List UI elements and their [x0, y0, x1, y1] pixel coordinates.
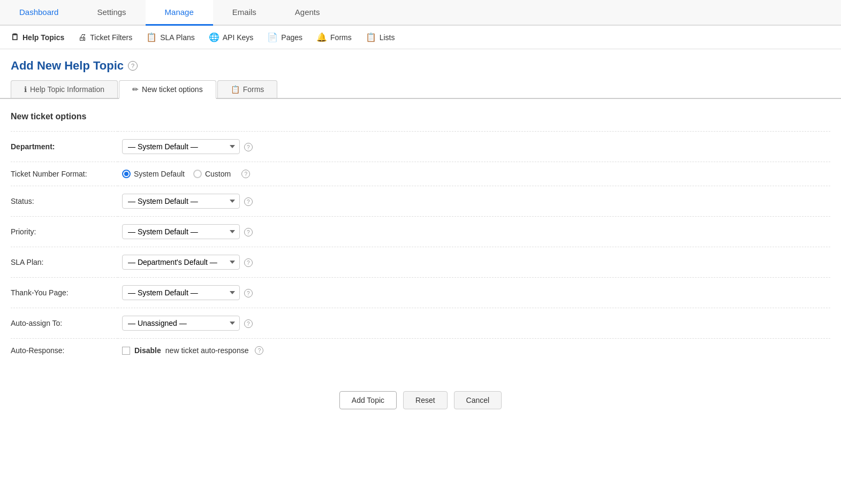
thank-you-page-select[interactable]: — System Default —	[122, 285, 240, 300]
subnav-pages-label: Pages	[281, 33, 302, 42]
ticket-number-format-radio-group: System Default Custom ?	[122, 170, 826, 178]
tab-settings[interactable]: Settings	[78, 0, 145, 26]
tab-forms-label: Forms	[243, 85, 264, 94]
reset-button[interactable]: Reset	[403, 391, 448, 409]
auto-response-label: Auto-Response:	[11, 346, 64, 355]
radio-custom-label: Custom	[205, 170, 231, 178]
tab-agents[interactable]: Agents	[276, 0, 339, 26]
auto-assign-help-icon[interactable]: ?	[244, 319, 253, 328]
tab-forms[interactable]: 📋 Forms	[217, 80, 278, 98]
status-select[interactable]: — System Default —	[122, 194, 240, 209]
top-navigation: Dashboard Settings Manage Emails Agents	[0, 0, 841, 26]
section-tabs: ℹ Help Topic Information ✏ New ticket op…	[0, 80, 841, 99]
page-title-area: Add New Help Topic ?	[0, 49, 841, 80]
subnav-forms[interactable]: 🔔 Forms	[314, 31, 354, 43]
tab-dashboard[interactable]: Dashboard	[0, 0, 78, 26]
tab-help-topic-information-label: Help Topic Information	[30, 85, 104, 94]
auto-assign-to-label: Auto-assign To:	[11, 319, 62, 327]
status-help-icon[interactable]: ?	[244, 197, 253, 206]
subnav-ticket-filters-label: Ticket Filters	[90, 33, 132, 42]
table-row: Thank-You Page: — System Default — ?	[11, 278, 830, 308]
tab-new-ticket-options[interactable]: ✏ New ticket options	[119, 80, 216, 99]
subnav-lists-label: Lists	[380, 33, 395, 42]
priority-label: Priority:	[11, 227, 36, 236]
radio-system-default-label: System Default	[134, 170, 185, 178]
radio-system-default[interactable]: System Default	[122, 170, 185, 178]
tab-manage[interactable]: Manage	[146, 0, 213, 26]
auto-response-row: Disable new ticket auto-response ?	[122, 346, 826, 355]
section-title: New ticket options	[11, 112, 830, 121]
radio-system-default-circle	[122, 170, 131, 178]
cancel-button[interactable]: Cancel	[454, 391, 502, 409]
help-topic-info-icon: ℹ	[24, 85, 27, 94]
auto-response-disable-label: Disable	[134, 346, 161, 355]
subnav-sla-plans[interactable]: 📋 SLA Plans	[144, 31, 197, 43]
sla-plan-help-icon[interactable]: ?	[244, 258, 253, 267]
forms-tab-icon: 📋	[231, 85, 240, 94]
table-row: Priority: — System Default — ?	[11, 217, 830, 247]
footer-buttons: Add Topic Reset Cancel	[0, 375, 841, 420]
priority-help-icon[interactable]: ?	[244, 228, 253, 236]
table-row: Auto-assign To: — Unassigned — ?	[11, 308, 830, 339]
auto-assign-to-select[interactable]: — Unassigned —	[122, 316, 240, 331]
options-table: Department: — System Default — ? Ticket …	[11, 131, 830, 362]
page-title: Add New Help Topic	[11, 59, 124, 73]
table-row: Auto-Response: Disable new ticket auto-r…	[11, 339, 830, 363]
pages-icon: 📄	[267, 32, 278, 42]
subnav-api-keys-label: API Keys	[223, 33, 254, 42]
table-row: Department: — System Default — ?	[11, 132, 830, 162]
subnav-help-topics-label: Help Topics	[22, 33, 64, 42]
radio-custom-circle	[193, 170, 202, 178]
add-topic-button[interactable]: Add Topic	[339, 391, 397, 409]
thank-you-page-label: Thank-You Page:	[11, 288, 69, 297]
tab-new-ticket-options-label: New ticket options	[142, 85, 203, 94]
table-row: Ticket Number Format: System Default Cus…	[11, 162, 830, 186]
form-area: New ticket options Department: — System …	[0, 99, 841, 375]
department-select[interactable]: — System Default —	[122, 139, 240, 154]
table-row: SLA Plan: — Department's Default — ?	[11, 247, 830, 278]
subnav-help-topics[interactable]: 🗒 Help Topics	[9, 32, 66, 43]
subnav-forms-label: Forms	[330, 33, 352, 42]
ticket-number-format-help-icon[interactable]: ?	[241, 170, 250, 178]
thank-you-page-help-icon[interactable]: ?	[244, 289, 253, 297]
auto-response-help-icon[interactable]: ?	[255, 346, 263, 355]
api-keys-icon: 🌐	[209, 32, 219, 42]
sub-navigation: 🗒 Help Topics 🖨 Ticket Filters 📋 SLA Pla…	[0, 26, 841, 49]
tab-help-topic-information[interactable]: ℹ Help Topic Information	[11, 80, 118, 98]
ticket-filters-icon: 🖨	[78, 33, 87, 42]
new-ticket-options-icon: ✏	[132, 85, 139, 94]
help-topics-icon: 🗒	[11, 33, 19, 42]
subnav-api-keys[interactable]: 🌐 API Keys	[207, 31, 256, 43]
status-label: Status:	[11, 197, 34, 205]
sla-plans-icon: 📋	[146, 32, 157, 42]
lists-icon: 📋	[366, 32, 376, 42]
tab-emails[interactable]: Emails	[213, 0, 276, 26]
subnav-sla-plans-label: SLA Plans	[160, 33, 195, 42]
auto-response-checkbox[interactable]	[122, 347, 130, 355]
page-title-help-icon[interactable]: ?	[128, 61, 138, 71]
priority-select[interactable]: — System Default —	[122, 224, 240, 239]
table-row: Status: — System Default — ?	[11, 186, 830, 217]
department-help-icon[interactable]: ?	[244, 143, 253, 151]
ticket-number-format-label: Ticket Number Format:	[11, 170, 87, 178]
department-label: Department:	[11, 142, 55, 151]
subnav-lists[interactable]: 📋 Lists	[363, 31, 397, 43]
sla-plan-label: SLA Plan:	[11, 258, 44, 266]
subnav-pages[interactable]: 📄 Pages	[265, 31, 305, 43]
subnav-ticket-filters[interactable]: 🖨 Ticket Filters	[76, 32, 134, 43]
radio-custom[interactable]: Custom	[193, 170, 231, 178]
auto-response-suffix: new ticket auto-response	[165, 346, 249, 355]
forms-icon: 🔔	[316, 32, 327, 42]
sla-plan-select[interactable]: — Department's Default —	[122, 255, 240, 270]
